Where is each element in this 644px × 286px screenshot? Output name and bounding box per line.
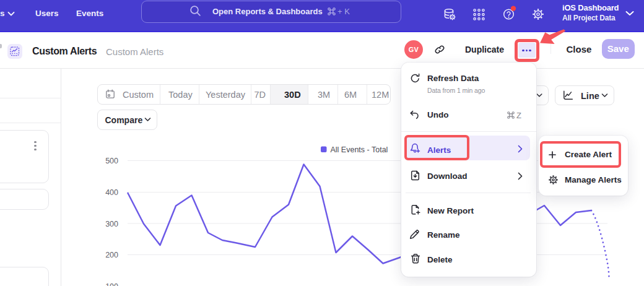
svg-text:500: 500 — [105, 157, 118, 165]
svg-text:All Events - Total: All Events - Total — [331, 145, 388, 154]
svg-text:300: 300 — [105, 220, 118, 228]
svg-text:200: 200 — [105, 251, 118, 259]
svg-text:100: 100 — [105, 282, 118, 286]
svg-text:400: 400 — [105, 188, 118, 197]
